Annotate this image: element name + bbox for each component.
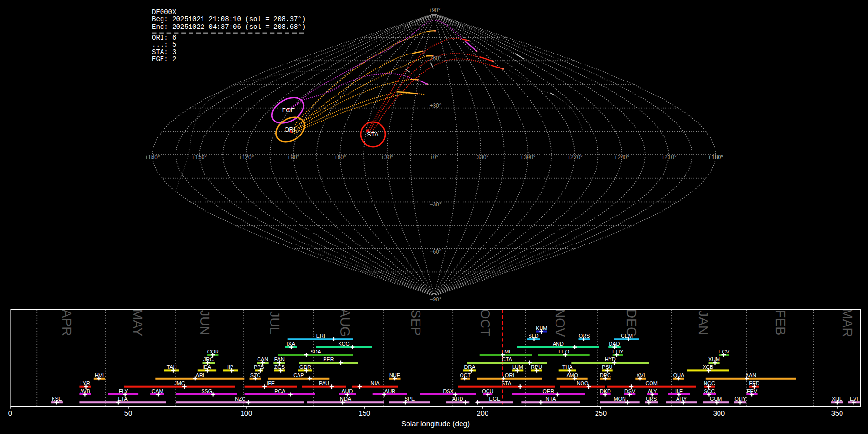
svg-text:End: 20251022 04:37:06 (sol =: End: 20251022 04:37:06 (sol = 208.68°)	[152, 23, 306, 31]
svg-text:SPE: SPE	[405, 396, 415, 402]
svg-text:OER: OER	[543, 388, 555, 394]
svg-text:FEV: FEV	[747, 388, 758, 394]
svg-text:+180°: +180°	[708, 154, 723, 161]
svg-text:JMC: JMC	[174, 380, 185, 386]
svg-text:JRC: JRC	[203, 356, 214, 362]
svg-text:FAN: FAN	[274, 356, 285, 362]
svg-text:AUD: AUD	[342, 388, 353, 394]
svg-text:IXA: IXA	[287, 341, 296, 347]
svg-text:SLD: SLD	[528, 333, 538, 339]
svg-text:AAN: AAN	[746, 372, 756, 378]
svg-text:EHY: EHY	[612, 349, 623, 354]
svg-text:JUL: JUL	[267, 311, 282, 334]
svg-text:URS: URS	[646, 396, 657, 402]
svg-text:MAR: MAR	[840, 308, 854, 337]
svg-text:+240°: +240°	[614, 154, 629, 161]
svg-text:CAM: CAM	[152, 388, 163, 394]
svg-text:CAN: CAN	[257, 356, 268, 362]
svg-text:LYR: LYR	[80, 380, 90, 386]
svg-text:ORI: 6: ORI: 6	[152, 34, 176, 41]
svg-text:SEP: SEP	[408, 310, 423, 336]
svg-text:AMO: AMO	[566, 372, 578, 378]
svg-text:APR: APR	[59, 309, 74, 336]
svg-text:FED: FED	[749, 380, 760, 386]
svg-text:+180°: +180°	[145, 154, 160, 161]
svg-text:ALY: ALY	[648, 388, 657, 394]
svg-text:LMI: LMI	[502, 349, 510, 354]
svg-text:CAP: CAP	[293, 372, 304, 378]
svg-text:GUM: GUM	[710, 396, 722, 402]
svg-text:AHY: AHY	[676, 396, 687, 402]
svg-text:ORI: ORI	[505, 372, 514, 378]
svg-text:DAD: DAD	[609, 341, 620, 347]
svg-text:DSV: DSV	[624, 388, 636, 394]
svg-text:SCC: SCC	[704, 388, 715, 394]
svg-text:SSG: SSG	[201, 388, 212, 394]
svg-text:STA: STA	[367, 131, 379, 138]
svg-text:+330°: +330°	[473, 154, 488, 161]
svg-text:ARD: ARD	[452, 396, 463, 402]
svg-text:LUM: LUM	[512, 364, 523, 370]
svg-text:ELY: ELY	[119, 388, 128, 394]
svg-text:NTA: NTA	[546, 396, 556, 402]
svg-text:GEM: GEM	[621, 333, 633, 339]
svg-text:ETA: ETA	[118, 396, 128, 402]
svg-text:PCA: PCA	[274, 388, 285, 394]
svg-text:+60°: +60°	[429, 55, 441, 62]
svg-text:NZC: NZC	[235, 396, 245, 402]
svg-text:IPE: IPE	[267, 380, 275, 386]
svg-text:KSE: KSE	[52, 396, 62, 402]
svg-text:RPU: RPU	[531, 364, 542, 370]
svg-text:NIA: NIA	[371, 380, 380, 386]
svg-text:QUA: QUA	[673, 372, 685, 378]
svg-text:XUM: XUM	[708, 356, 720, 362]
svg-text:JUN: JUN	[197, 310, 212, 336]
svg-text:COM: COM	[645, 380, 657, 386]
svg-text:+30°: +30°	[381, 154, 393, 161]
svg-text:COR: COR	[207, 349, 219, 354]
svg-text:NOO: NOO	[577, 380, 589, 386]
svg-text:+210°: +210°	[661, 154, 677, 161]
svg-text:XVI: XVI	[637, 372, 645, 378]
svg-text:OCT: OCT	[478, 309, 492, 337]
svg-text:+90°: +90°	[428, 7, 440, 14]
svg-text:STA: 3: STA: 3	[152, 48, 176, 56]
svg-text:OCU: OCU	[482, 388, 493, 394]
svg-text:Solar longitude (deg): Solar longitude (deg)	[401, 420, 470, 428]
svg-text:...: 5: ...: 5	[152, 41, 176, 49]
svg-text:GDR: GDR	[299, 364, 311, 370]
svg-text:HVI: HVI	[95, 372, 104, 378]
svg-text:DSX: DSX	[443, 388, 453, 394]
svg-text:EGE: EGE	[282, 107, 295, 114]
svg-text:DRA: DRA	[464, 364, 476, 370]
svg-text:EGE: EGE	[489, 396, 501, 402]
svg-text:IEA: IEA	[203, 364, 211, 370]
svg-text:PER: PER	[323, 356, 334, 362]
svg-text:ORS: ORS	[579, 333, 590, 339]
svg-text:JAN: JAN	[696, 310, 710, 335]
svg-text:EVI: EVI	[850, 396, 858, 402]
svg-text:KCG: KCG	[339, 341, 350, 347]
svg-text:50: 50	[124, 409, 132, 417]
svg-text:+30°: +30°	[429, 102, 441, 109]
svg-text:TAH: TAH	[167, 364, 177, 370]
svg-text:SDA: SDA	[311, 349, 322, 354]
svg-text:+270°: +270°	[567, 154, 583, 161]
svg-text:DEC: DEC	[624, 309, 638, 336]
svg-text:ARI: ARI	[196, 372, 204, 378]
svg-text:FEB: FEB	[773, 310, 787, 336]
svg-text:ZCS: ZCS	[274, 364, 285, 370]
svg-text:AUG: AUG	[338, 309, 352, 337]
svg-text:EGE: 2: EGE: 2	[152, 55, 176, 63]
svg-text:SZC: SZC	[250, 372, 261, 378]
svg-text:CTA: CTA	[502, 356, 513, 362]
svg-text:PPS: PPS	[254, 364, 264, 370]
svg-text:XCB: XCB	[703, 364, 713, 370]
svg-text:AND: AND	[553, 341, 564, 347]
svg-text:DE000X: DE000X	[152, 8, 176, 16]
svg-text:AUR: AUR	[384, 388, 395, 394]
svg-text:AVB: AVB	[80, 388, 90, 394]
svg-text:OCT: OCT	[460, 372, 471, 378]
svg-text:LEO: LEO	[558, 349, 569, 354]
svg-text:350: 350	[831, 409, 843, 417]
